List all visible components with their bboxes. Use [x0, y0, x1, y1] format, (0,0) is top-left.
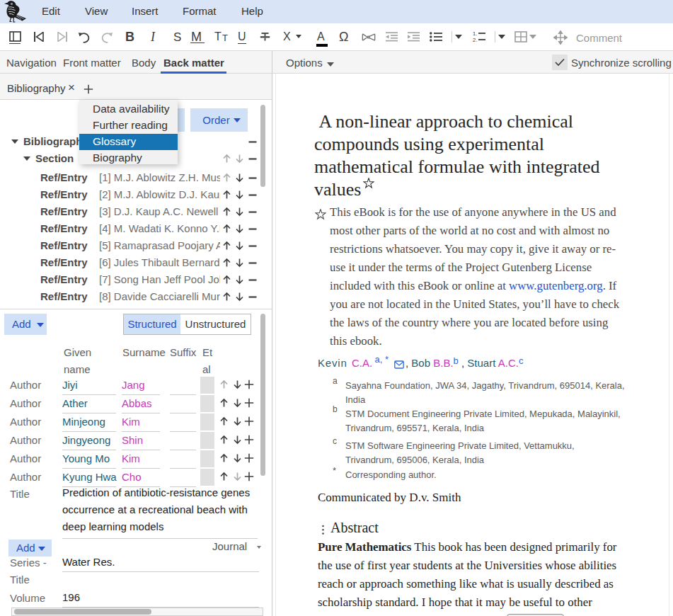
- svg-text:1.: 1.: [473, 31, 477, 37]
- svg-text:2.: 2.: [473, 37, 477, 43]
